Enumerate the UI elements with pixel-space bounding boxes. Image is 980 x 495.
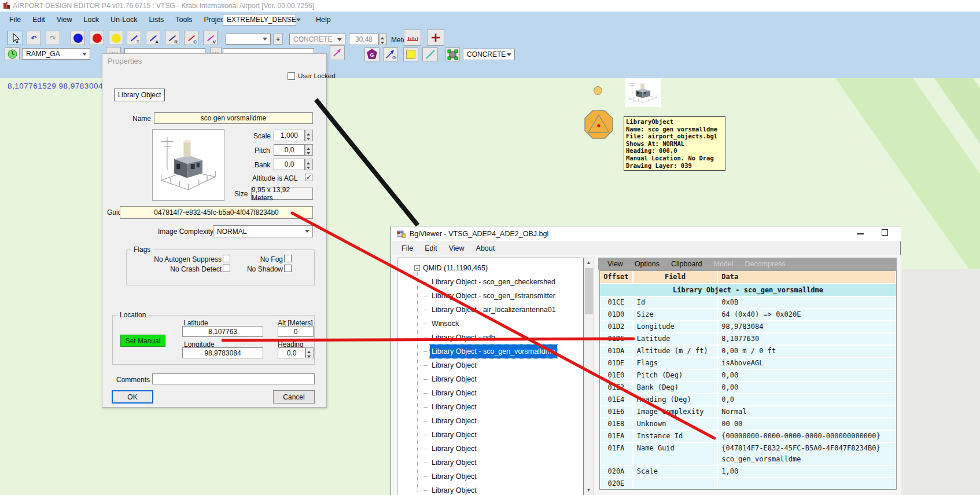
menu-item[interactable]: About: [470, 244, 501, 252]
table-cell-data: {047814F7-E832-45FC-B5A0-4F047F8234B0} s…: [718, 443, 896, 465]
tree-root-node[interactable]: − QMID (11,1190,465): [397, 261, 583, 275]
user-locked-checkbox[interactable]: [288, 72, 295, 80]
blue-point-tool-button[interactable]: [71, 31, 85, 45]
tree-item[interactable]: Library Object - sco_gen_ilstransmitter: [397, 289, 583, 303]
tree-item[interactable]: Library Object: [397, 483, 583, 495]
tree-item[interactable]: Library Object - ndb: [397, 331, 583, 344]
app-titlebar[interactable]: AIRPORT DESIGN EDITOR P4 v01.76.6715 : V…: [0, 0, 980, 12]
redo-button[interactable]: ↷: [46, 31, 60, 45]
scale-field[interactable]: 1,000: [274, 130, 305, 141]
heading-spinner[interactable]: [305, 347, 314, 358]
set-manual-button[interactable]: Set Manual: [120, 335, 165, 347]
ramp-tool-button[interactable]: [5, 47, 20, 60]
add-button[interactable]: +: [273, 34, 283, 45]
scroll-down-icon[interactable]: ▼: [584, 486, 593, 495]
tree-item[interactable]: Library Object: [397, 470, 583, 483]
alt-field[interactable]: 0: [278, 326, 314, 337]
cancel-button[interactable]: Cancel: [273, 390, 315, 404]
properties-dialog[interactable]: Properties User Locked Library Object Na…: [102, 53, 327, 408]
empty-dropdown[interactable]: [226, 34, 271, 45]
tree-item[interactable]: Library Object: [397, 442, 583, 456]
no-shadow-checkbox[interactable]: [284, 265, 292, 272]
longitude-field[interactable]: 98,9783084: [182, 347, 263, 358]
density-dropdown[interactable]: EXTREMELY_DENSE: [223, 14, 296, 25]
yellow-fill-tool-button[interactable]: [403, 47, 418, 61]
latitude-field[interactable]: 8,107763: [182, 326, 263, 337]
scrollbar-thumb[interactable]: [585, 268, 593, 314]
menu-item[interactable]: File: [3, 16, 27, 24]
map-point-marker[interactable]: [594, 86, 602, 95]
line-tool-button[interactable]: T: [127, 31, 141, 45]
image-complexity-dropdown[interactable]: NORMAL: [213, 225, 313, 237]
width-spinner[interactable]: [379, 34, 387, 45]
red-point-tool-button[interactable]: [90, 31, 104, 45]
measure-tool-button[interactable]: [404, 30, 421, 46]
panel-menustrip: ViewOptionsClipboardModelDecompress: [598, 258, 897, 270]
pitch-field[interactable]: 0,0: [274, 144, 305, 156]
menu-item-help[interactable]: Help: [310, 16, 337, 24]
surface-dropdown[interactable]: CONCRETE: [289, 34, 345, 45]
width-value-field[interactable]: 30,48: [349, 34, 379, 45]
tree-item[interactable]: Library Object - air_localizerantenna01: [397, 303, 583, 317]
menu-item[interactable]: Un-Lock: [105, 16, 143, 24]
panel-menu-item[interactable]: View: [602, 260, 629, 268]
tree-item[interactable]: Library Object: [397, 386, 583, 400]
minimize-button[interactable]: [857, 233, 864, 234]
agl-checkbox[interactable]: [305, 174, 312, 181]
vector-tool-button[interactable]: [330, 45, 345, 60]
scroll-up-icon[interactable]: ▲: [584, 258, 593, 267]
scale-spinner[interactable]: [305, 130, 313, 141]
panel-menu-item[interactable]: Options: [629, 260, 665, 268]
yellow-point-tool-button[interactable]: [109, 31, 123, 45]
guid-poly-tool-button[interactable]: G: [364, 47, 380, 61]
no-autogen-checkbox[interactable]: [223, 255, 230, 262]
line-tool-button[interactable]: V: [203, 31, 218, 45]
vor-dme-symbol[interactable]: [584, 109, 614, 140]
panel-menu-item[interactable]: Clipboard: [665, 260, 708, 268]
teal-line-tool-button[interactable]: [422, 47, 438, 61]
menu-item[interactable]: View: [51, 16, 78, 24]
tree-item[interactable]: Library Object - sco_gen_vorsmalldme: [397, 344, 583, 358]
table-row: 01E0 Pitch (Deg) 0,00: [600, 370, 896, 382]
arrow-g-tool-button[interactable]: G: [383, 47, 398, 61]
line-tool-button[interactable]: R: [165, 31, 179, 45]
menu-item[interactable]: Edit: [27, 16, 51, 24]
maximize-button[interactable]: [882, 229, 888, 236]
bank-spinner[interactable]: [305, 159, 313, 170]
bglviewer-titlebar[interactable]: BglViewer - VTSG_ADEP4_ADE2_OBJ.bgl: [391, 226, 901, 241]
menu-item[interactable]: Lists: [143, 16, 170, 24]
tree-item[interactable]: Library Object: [397, 372, 583, 386]
tree-item[interactable]: Library Object: [397, 400, 583, 414]
menu-item[interactable]: Tools: [170, 16, 198, 24]
line-tool-button[interactable]: A: [146, 31, 160, 45]
ok-button[interactable]: OK: [112, 390, 153, 404]
comments-field[interactable]: [152, 373, 315, 384]
tree-item[interactable]: Winsock: [397, 317, 583, 331]
tree-item[interactable]: Library Object: [397, 456, 583, 470]
polygon-select-tool-button[interactable]: [445, 47, 460, 61]
guid-field[interactable]: 047814f7-e832-45fc-b5a0-4f047f8234b0: [120, 206, 313, 219]
ramp-type-dropdown[interactable]: RAMP_GA: [22, 48, 90, 60]
tree-item[interactable]: Library Object: [397, 428, 583, 442]
heading-field[interactable]: 0,0: [278, 347, 305, 358]
line-tool-button[interactable]: C: [184, 31, 198, 45]
menu-item[interactable]: Edit: [419, 244, 443, 252]
tree-scrollbar[interactable]: ▲ ▼: [584, 258, 594, 495]
tree-item[interactable]: Library Object: [397, 358, 583, 372]
no-crash-checkbox[interactable]: [223, 265, 230, 272]
menu-item[interactable]: File: [396, 244, 419, 252]
undo-button[interactable]: ↶: [27, 31, 41, 45]
tree-item[interactable]: Library Object - sco_gen_checkershed: [397, 275, 583, 289]
add-cross-tool-button[interactable]: [427, 30, 444, 46]
tree-item[interactable]: Library Object: [397, 414, 583, 428]
menu-item[interactable]: Lock: [78, 16, 105, 24]
collapse-icon[interactable]: −: [414, 265, 420, 271]
menu-item[interactable]: View: [443, 244, 470, 252]
name-field[interactable]: sco gen vorsmalldme: [154, 112, 313, 124]
bank-field[interactable]: 0,0: [274, 159, 305, 170]
surface2-dropdown[interactable]: CONCRETE: [463, 49, 515, 60]
no-fog-checkbox[interactable]: [284, 255, 292, 262]
pitch-spinner[interactable]: [305, 144, 313, 156]
select-tool-button[interactable]: [8, 31, 23, 45]
tab-library-object[interactable]: Library Object: [114, 89, 165, 101]
